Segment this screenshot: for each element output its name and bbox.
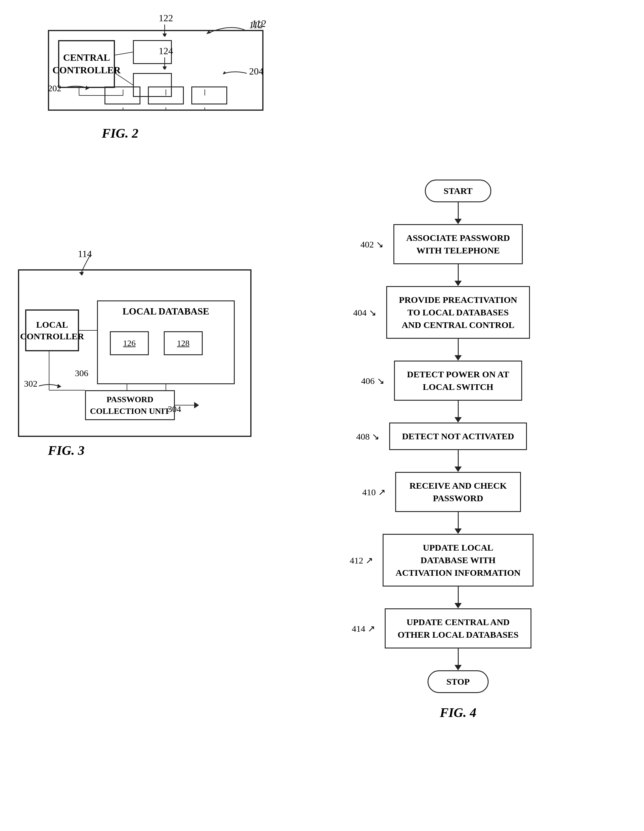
- arrow-6: [454, 586, 462, 608]
- fig2-202-value: 202: [48, 83, 61, 93]
- label-302: 302: [24, 379, 37, 389]
- fc-box-410: RECEIVE AND CHECKPASSWORD: [395, 472, 521, 512]
- arrow-shaft-0: [458, 202, 459, 219]
- fig2-122-value: 122: [159, 13, 173, 24]
- fig3-304-value: 304: [168, 404, 181, 414]
- fig2-bottom-box-2: [148, 86, 184, 104]
- password-collection-label: PASSWORDCOLLECTION UNIT: [90, 393, 170, 417]
- fc-row-412: 412 ↗ UPDATE LOCALDATABASE WITHACTIVATIO…: [383, 534, 534, 586]
- fc-start-label: START: [444, 186, 473, 196]
- fig3-outer-box: LOCALCONTROLLER LOCAL DATABASE 126 128 P…: [18, 269, 252, 437]
- arrow-head-1: [454, 281, 462, 286]
- step-label-404: 404 ↘: [353, 307, 377, 318]
- fc-label-402: ASSOCIATE PASSWORDWITH TELEPHONE: [406, 233, 510, 255]
- step-label-410: 410 ↗: [362, 487, 386, 497]
- arrow-shaft-5: [458, 512, 459, 529]
- arrow-shaft-7: [458, 648, 459, 665]
- fig3-caption: FIG. 3: [48, 443, 84, 458]
- label-306: 306: [75, 368, 88, 378]
- arrow-5: [454, 512, 462, 534]
- arrow-head-4: [454, 466, 462, 472]
- fc-box-406: DETECT POWER ON ATLOCAL SWITCH: [394, 361, 522, 401]
- fc-box-412: UPDATE LOCALDATABASE WITHACTIVATION INFO…: [383, 534, 534, 586]
- label-304: 304: [168, 404, 181, 414]
- arrow-head-7: [454, 665, 462, 670]
- fc-node-410: RECEIVE AND CHECKPASSWORD: [395, 472, 521, 512]
- step-label-412: 412 ↗: [350, 555, 373, 565]
- fig2-caption: FIG. 2: [102, 126, 138, 141]
- fc-box-402: ASSOCIATE PASSWORDWITH TELEPHONE: [394, 224, 523, 264]
- step-label-408: 408 ↘: [356, 431, 379, 442]
- page: 112 CENTRAL CONTROLLER: [0, 0, 644, 831]
- arrow-head-3: [454, 417, 462, 422]
- arrow-1: [454, 264, 462, 286]
- fc-row-404: 404 ↘ PROVIDE PREACTIVATIONTO LOCAL DATA…: [386, 286, 530, 339]
- flowchart-body: START 402 ↘ ASSOCIATE PASSWORDWITH TELEP…: [314, 180, 602, 720]
- fig3-local-controller: LOCALCONTROLLER: [25, 309, 79, 351]
- label-112-text: 112: [249, 19, 263, 30]
- fig2-112-value: 112: [249, 19, 263, 30]
- fc-start: START: [425, 180, 492, 202]
- fc-label-408: DETECT NOT ACTIVATED: [402, 431, 514, 441]
- fig3-box-126: 126: [110, 331, 149, 355]
- arrow-head-0: [454, 219, 462, 224]
- local-db-label: LOCAL DATABASE: [123, 306, 209, 317]
- arrow-7: [454, 648, 462, 670]
- fc-label-412: UPDATE LOCALDATABASE WITHACTIVATION INFO…: [395, 543, 521, 578]
- fc-row-406: 406 ↘ DETECT POWER ON ATLOCAL SWITCH: [394, 361, 522, 401]
- fig2-124-value: 124: [159, 46, 173, 57]
- fc-row-402: 402 ↘ ASSOCIATE PASSWORDWITH TELEPHONE: [394, 224, 523, 264]
- arrow-head-6: [454, 603, 462, 608]
- arrow-shaft-4: [458, 450, 459, 466]
- fc-label-414: UPDATE CENTRAL ANDOTHER LOCAL DATABASES: [398, 617, 518, 640]
- svg-marker-13: [163, 67, 167, 69]
- arrow-shaft-2: [458, 339, 459, 355]
- arrow-0: [454, 202, 462, 224]
- fig2-diagram: 112 CENTRAL CONTROLLER: [48, 18, 281, 120]
- arrow-4: [454, 450, 462, 472]
- fc-row-408: 408 ↘ DETECT NOT ACTIVATED: [389, 422, 527, 450]
- fc-node-414: UPDATE CENTRAL ANDOTHER LOCAL DATABASES: [385, 608, 531, 648]
- fc-stop-label: STOP: [446, 677, 470, 686]
- fc-row-410: 410 ↗ RECEIVE AND CHECKPASSWORD: [395, 472, 521, 512]
- label-114: 114: [78, 248, 92, 259]
- arrow-2: [454, 339, 462, 361]
- fc-start-box: START: [425, 180, 492, 202]
- fc-node-402: ASSOCIATE PASSWORDWITH TELEPHONE: [394, 224, 523, 264]
- fig3-password-collection: PASSWORDCOLLECTION UNIT: [85, 390, 175, 420]
- arrow-shaft-1: [458, 264, 459, 281]
- svg-marker-12: [163, 33, 167, 37]
- fc-node-408: DETECT NOT ACTIVATED: [389, 422, 527, 450]
- fc-box-414: UPDATE CENTRAL ANDOTHER LOCAL DATABASES: [385, 608, 531, 648]
- svg-marker-10: [206, 30, 211, 34]
- label-202-text: 202: [48, 83, 61, 93]
- fc-node-406: DETECT POWER ON ATLOCAL SWITCH: [394, 361, 522, 401]
- fc-row-414: 414 ↗ UPDATE CENTRAL ANDOTHER LOCAL DATA…: [385, 608, 531, 648]
- fig3-local-database-box: LOCAL DATABASE 126 128: [97, 301, 235, 384]
- arrow-shaft-3: [458, 401, 459, 417]
- fig3-302-value: 302: [24, 379, 37, 388]
- fc-node-404: PROVIDE PREACTIVATIONTO LOCAL DATABASESA…: [386, 286, 530, 339]
- svg-marker-14: [85, 86, 89, 90]
- central-controller-label: CENTRAL CONTROLLER: [53, 51, 121, 76]
- fig3-306-value: 306: [75, 368, 88, 378]
- fc-box-408: DETECT NOT ACTIVATED: [389, 422, 527, 450]
- fig2-204-value: 204: [249, 66, 263, 76]
- arrow-shaft-6: [458, 586, 459, 603]
- step-label-406: 406 ↘: [361, 376, 384, 386]
- svg-marker-20: [194, 402, 199, 408]
- fig3-box-128: 128: [164, 331, 203, 355]
- fig2-bottom-box-3: [191, 86, 227, 104]
- fc-node-412: UPDATE LOCALDATABASE WITHACTIVATION INFO…: [383, 534, 534, 586]
- fig4-flowchart: START 402 ↘ ASSOCIATE PASSWORDWITH TELEP…: [314, 180, 602, 720]
- step-label-414: 414 ↗: [352, 623, 375, 634]
- fc-label-410: RECEIVE AND CHECKPASSWORD: [409, 481, 507, 503]
- arrow-head-5: [454, 529, 462, 534]
- fig2-central-controller: CENTRAL CONTROLLER: [58, 40, 115, 88]
- step-label-402: 402 ↘: [360, 239, 384, 250]
- fc-label-404: PROVIDE PREACTIVATIONTO LOCAL DATABASESA…: [399, 295, 517, 330]
- svg-marker-23: [57, 384, 61, 388]
- fig4-caption: FIG. 4: [440, 705, 476, 720]
- fc-stop-box: STOP: [427, 670, 489, 693]
- fig3-diagram: 114 LOCALCONTROLLER LOCAL DATABASE 126 1…: [18, 245, 269, 455]
